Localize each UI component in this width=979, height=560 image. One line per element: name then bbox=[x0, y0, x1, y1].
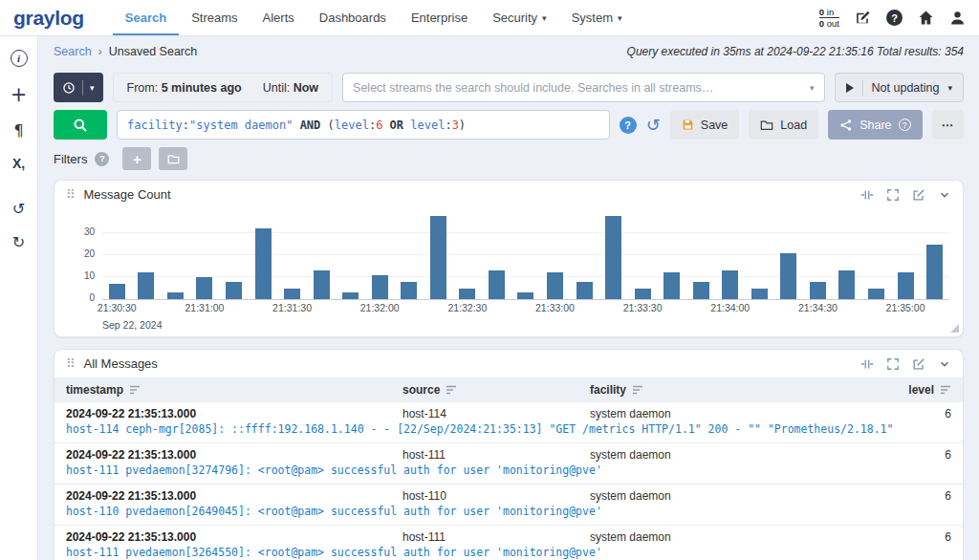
chart-bar[interactable] bbox=[401, 282, 417, 299]
sort-icon[interactable] bbox=[940, 384, 951, 396]
column-header-timestamp[interactable]: timestamp bbox=[66, 383, 402, 397]
nav-item-enterprise[interactable]: Enterprise bbox=[399, 0, 480, 35]
chart-bar[interactable] bbox=[751, 289, 768, 300]
chart-bar[interactable] bbox=[196, 277, 212, 299]
query-history-icon[interactable]: ↺ bbox=[646, 117, 661, 134]
share-help-icon[interactable]: ? bbox=[899, 118, 911, 131]
home-icon[interactable] bbox=[918, 10, 934, 26]
nav-item-system[interactable]: System▾ bbox=[559, 0, 635, 35]
message-text[interactable]: host-114 ceph-mgr[2085]: ::ffff:192.168.… bbox=[54, 422, 963, 442]
chart-bar[interactable] bbox=[517, 292, 533, 299]
column-header-level[interactable]: level bbox=[894, 383, 951, 397]
nav-item-alerts[interactable]: Alerts bbox=[250, 0, 307, 35]
chart-bar[interactable] bbox=[459, 289, 475, 300]
chart-bar[interactable] bbox=[605, 216, 621, 299]
graylog-logo[interactable]: graylog bbox=[13, 7, 84, 30]
filter-collection-button[interactable] bbox=[159, 147, 187, 170]
chart-bar[interactable] bbox=[810, 282, 826, 299]
timerange-display[interactable]: From: 5 minutes ago Until: Now bbox=[113, 73, 334, 102]
chart-bar[interactable] bbox=[577, 282, 593, 299]
undo-icon[interactable]: ↺ bbox=[12, 202, 25, 217]
divider bbox=[82, 80, 83, 96]
collapse-widget-icon[interactable] bbox=[938, 188, 951, 202]
edit-widget-icon[interactable] bbox=[912, 357, 925, 371]
more-actions-button[interactable]: ⋯ bbox=[932, 110, 965, 140]
chevron-down-icon: ▾ bbox=[90, 83, 95, 93]
nav-item-streams[interactable]: Streams bbox=[179, 0, 250, 35]
refresh-control[interactable]: Not updating ▾ bbox=[835, 73, 964, 102]
chart-bar[interactable] bbox=[284, 289, 300, 300]
resize-handle[interactable] bbox=[950, 324, 959, 333]
collapse-widget-icon[interactable] bbox=[938, 357, 951, 371]
timerange-button[interactable]: ▾ bbox=[54, 73, 103, 102]
chart-bar[interactable] bbox=[167, 292, 184, 299]
compose-icon[interactable] bbox=[855, 10, 871, 26]
message-text[interactable]: host-110 pvedaemon[2649045]: <root@pam> … bbox=[54, 505, 963, 525]
nav-item-security[interactable]: Security▾ bbox=[480, 0, 559, 35]
chart-bar[interactable] bbox=[138, 272, 154, 299]
search-button[interactable] bbox=[54, 110, 107, 140]
share-button[interactable]: Share ? bbox=[828, 110, 922, 140]
message-text[interactable]: host-111 pvedaemon[3264550]: <root@pam> … bbox=[54, 546, 963, 560]
add-icon[interactable]: + bbox=[11, 85, 28, 105]
chart-bar[interactable] bbox=[635, 289, 651, 300]
message-entry[interactable]: 2024-09-22 21:35:13.000host-110system da… bbox=[54, 485, 963, 526]
drag-handle-icon[interactable]: ⠿ bbox=[66, 187, 76, 202]
chart-bar[interactable] bbox=[109, 284, 125, 299]
sort-icon[interactable] bbox=[446, 384, 457, 396]
chart-bar[interactable] bbox=[489, 270, 505, 299]
nav-item-dashboards[interactable]: Dashboards bbox=[307, 0, 399, 35]
chart-bar[interactable] bbox=[372, 275, 388, 299]
sort-icon[interactable] bbox=[129, 384, 141, 396]
chart-bar[interactable] bbox=[226, 282, 242, 299]
chart-bar[interactable] bbox=[926, 245, 943, 300]
add-filter-button[interactable]: + bbox=[122, 147, 151, 170]
drag-handle-icon[interactable]: ⠿ bbox=[66, 356, 76, 371]
facility-cell: system daemon bbox=[590, 407, 894, 420]
column-header-facility[interactable]: facility bbox=[590, 383, 894, 397]
query-help-icon[interactable]: ? bbox=[620, 117, 637, 134]
query-token: : bbox=[445, 118, 451, 132]
fullscreen-icon[interactable] bbox=[886, 357, 900, 371]
chart-bar[interactable] bbox=[255, 228, 272, 299]
chart-bar[interactable] bbox=[693, 282, 709, 299]
edit-widget-icon[interactable] bbox=[912, 188, 925, 202]
info-icon[interactable]: i bbox=[11, 50, 28, 67]
chart-bar[interactable] bbox=[868, 289, 884, 300]
message-entry[interactable]: 2024-09-22 21:35:13.000host-114system da… bbox=[54, 402, 963, 443]
sort-icon[interactable] bbox=[632, 384, 643, 396]
message-entry[interactable]: 2024-09-22 21:35:13.000host-111system da… bbox=[54, 443, 963, 485]
column-header-source[interactable]: source bbox=[402, 383, 590, 397]
user-icon[interactable] bbox=[949, 10, 966, 26]
chart-bar[interactable] bbox=[430, 216, 446, 299]
chart-bar[interactable] bbox=[838, 270, 855, 299]
help-icon[interactable]: ? bbox=[886, 10, 903, 26]
chart-bar[interactable] bbox=[664, 272, 680, 299]
query-input[interactable]: facility:"system daemon" AND (level:6 OR… bbox=[117, 110, 610, 140]
throughput-indicator[interactable]: 0 in 0 out bbox=[819, 7, 839, 29]
nav-item-search[interactable]: Search bbox=[113, 0, 179, 35]
chart-bar[interactable] bbox=[547, 272, 563, 299]
chart-bar[interactable] bbox=[722, 270, 738, 299]
play-icon[interactable] bbox=[846, 83, 854, 93]
message-entry[interactable]: 2024-09-22 21:35:13.000host-111system da… bbox=[54, 526, 963, 560]
redo-icon[interactable]: ↻ bbox=[12, 235, 25, 250]
focus-widget-icon[interactable] bbox=[860, 357, 874, 371]
breadcrumb-search-link[interactable]: Search bbox=[54, 45, 92, 58]
load-button[interactable]: Load bbox=[749, 110, 818, 140]
widget-title: Message Count bbox=[84, 187, 171, 202]
fullscreen-icon[interactable] bbox=[886, 188, 900, 202]
save-button[interactable]: Save bbox=[670, 110, 740, 140]
fields-icon[interactable]: X, bbox=[12, 157, 25, 170]
chevron-down-icon: ▾ bbox=[947, 83, 952, 93]
streams-select[interactable]: Select streams the search should include… bbox=[342, 73, 825, 102]
pilcrow-icon[interactable]: ¶ bbox=[13, 123, 23, 139]
message-text[interactable]: host-111 pvedaemon[3274796]: <root@pam> … bbox=[54, 463, 963, 484]
chart-bar[interactable] bbox=[898, 272, 914, 299]
filters-help-icon[interactable]: ? bbox=[95, 152, 109, 166]
chart-bar[interactable] bbox=[314, 270, 330, 299]
chart-bar[interactable] bbox=[342, 292, 359, 299]
chart-bar[interactable] bbox=[780, 253, 796, 299]
focus-widget-icon[interactable] bbox=[860, 188, 874, 202]
source-cell: host-111 bbox=[402, 448, 590, 462]
